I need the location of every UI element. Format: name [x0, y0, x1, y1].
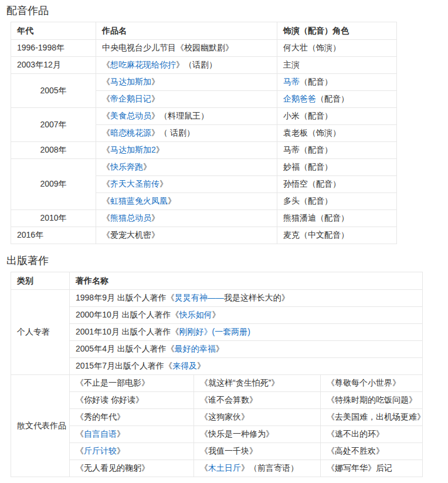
- dubbing-table-body: 1996-1998年中央电视台少儿节目《校园幽默剧》何大壮（饰演）2003年12…: [11, 40, 397, 244]
- role-cell: 多头（配音）: [277, 193, 397, 210]
- table-row: 2005年《马达加斯加》马蒂（配音）: [11, 74, 397, 91]
- inline-link[interactable]: 暗恋桃花源: [110, 128, 151, 137]
- inline-link[interactable]: 马达加斯加2: [110, 145, 156, 154]
- work-cell: 《熊猫总动员》: [96, 210, 277, 227]
- role-cell: 孙悟空（配音）: [277, 176, 397, 193]
- role-cell: 马蒂（配音）: [277, 74, 397, 91]
- table-row: 个人专著1998年9月 出版个人著作《炅炅有神——我是这样长大的》: [11, 290, 423, 307]
- column-header-year: 年代: [11, 22, 96, 40]
- role-cell: 麦克（中文配音）: [277, 227, 397, 244]
- year-cell: 2007年: [11, 108, 96, 142]
- publication-cell: 《特殊时期的吃饭问题》: [321, 392, 423, 409]
- role-cell: 小米（配音）: [277, 108, 397, 125]
- publication-cell: 《这狗家伙》: [194, 409, 321, 426]
- publication-cell: 《尊敬每个小世界》: [321, 375, 423, 392]
- publication-cell: 《木土日斤》（前言寄语）: [194, 460, 321, 477]
- table-row: 《秀的年代》《这狗家伙》《去美国难，出机场更难》: [11, 409, 423, 426]
- inline-link[interactable]: 马蒂: [283, 77, 300, 86]
- publication-cell: 1998年9月 出版个人著作《炅炅有神——我是这样长大的》: [70, 290, 423, 307]
- table-row: 1996-1998年中央电视台少儿节目《校园幽默剧》何大壮（饰演）: [11, 40, 397, 57]
- category-cell: 个人专著: [11, 290, 70, 375]
- inline-link[interactable]: 美食总动员: [110, 111, 151, 120]
- inline-link[interactable]: 炅炅有神——: [175, 293, 224, 302]
- year-cell: 2003年12月: [11, 57, 96, 74]
- publication-cell: 《秀的年代》: [70, 409, 194, 426]
- work-cell: 《马达加斯加》: [96, 74, 277, 91]
- work-cell: 《马达加斯加2》: [96, 142, 277, 159]
- inline-link[interactable]: 快乐如何: [179, 310, 212, 319]
- publication-cell: 《快乐是一种修为》: [194, 426, 321, 443]
- inline-link[interactable]: 想吃麻花现给你拧: [110, 60, 176, 69]
- table-row: 2008年《马达加斯加2》马蒂（配音）: [11, 142, 397, 159]
- table-row: 2015年7月出版个人著作《来得及》: [11, 358, 423, 375]
- inline-link[interactable]: 最好的幸福: [175, 344, 216, 353]
- table-row: 2007年《美食总动员》（料理鼠王）小米（配音）: [11, 108, 397, 125]
- inline-link[interactable]: 马达加斯加: [110, 77, 151, 86]
- publication-cell: 2001年10月 出版个人著作《刚刚好》(一套两册): [70, 324, 423, 341]
- section-title: 配音作品: [6, 4, 448, 18]
- inline-link[interactable]: 熊猫总动员: [110, 213, 151, 222]
- publication-cell: 《不止是一部电影》: [70, 375, 194, 392]
- inline-link[interactable]: 自言自语: [84, 429, 117, 438]
- table-row: 《自言自语》《快乐是一种修为》《逃不出的环》: [11, 426, 423, 443]
- column-header-category: 类别: [11, 272, 70, 290]
- table-row: 散文代表作品《不止是一部电影》《就这样“贪生怕死”》《尊敬每个小世界》: [11, 375, 423, 392]
- work-cell: 《爱宠大机密》: [96, 227, 277, 244]
- year-cell: 2010年: [11, 210, 96, 227]
- table-row: 《斤斤计较》《我值一千块》《高处不胜欢》: [11, 443, 423, 460]
- role-cell: 何大壮（饰演）: [277, 40, 397, 57]
- table-row: 2009年《快乐奔跑》妙福（配音）: [11, 159, 397, 176]
- work-cell: 《暗恋桃花源》（ 话剧）: [96, 125, 277, 142]
- publication-cell: 《我值一千块》: [194, 443, 321, 460]
- publication-cell: 《谁不会算数》: [194, 392, 321, 409]
- dubbing-table: 年代 作品名 饰演（配音）角色 1996-1998年中央电视台少儿节目《校园幽默…: [11, 22, 397, 244]
- table-row: 《无人看见的鞠躬》《木土日斤》（前言寄语）《娜写年华》后记: [11, 460, 423, 477]
- table-row: 2005年4月 出版个人著作《最好的幸福》: [11, 341, 423, 358]
- publications-table: 类别 著作名称 个人专著1998年9月 出版个人著作《炅炅有神——我是这样长大的…: [11, 272, 423, 477]
- table-row: 2003年12月《想吃麻花现给你拧》（话剧）主演: [11, 57, 397, 74]
- inline-link[interactable]: 虹猫蓝兔火凤凰: [110, 196, 168, 205]
- role-cell: 袁老板（饰演）: [277, 125, 397, 142]
- publication-cell: 《娜写年华》后记: [321, 460, 423, 477]
- inline-link[interactable]: 来得及: [172, 361, 197, 370]
- inline-link[interactable]: 木土日斤: [208, 463, 241, 472]
- section-title: 出版著作: [6, 254, 448, 268]
- work-cell: 《快乐奔跑》: [96, 159, 277, 176]
- publication-cell: 《高处不胜欢》: [321, 443, 423, 460]
- role-cell: 企鹅爸爸（配音）: [277, 91, 397, 108]
- publication-cell: 2000年10月 出版个人著作《快乐如何》: [70, 307, 423, 324]
- role-cell: 马蒂（配音）: [277, 142, 397, 159]
- table-header-row: 年代 作品名 饰演（配音）角色: [11, 22, 397, 40]
- table-header-row: 类别 著作名称: [11, 272, 423, 290]
- work-cell: 《齐天大圣前传》: [96, 176, 277, 193]
- work-cell: 《帝企鹅日记》: [96, 91, 277, 108]
- work-cell: 《虹猫蓝兔火凤凰》: [96, 193, 277, 210]
- publication-cell: 2015年7月出版个人著作《来得及》: [70, 358, 423, 375]
- year-cell: 2008年: [11, 142, 96, 159]
- column-header-title: 著作名称: [70, 272, 423, 290]
- inline-link[interactable]: 刚刚好》(一套两册): [179, 327, 250, 336]
- article-content: 配音作品 年代 作品名 饰演（配音）角色 1996-1998年中央电视台少儿节目…: [0, 0, 448, 477]
- section-published-works: 出版著作 类别 著作名称 个人专著1998年9月 出版个人著作《炅炅有神——我是…: [6, 254, 448, 477]
- year-cell: 2005年: [11, 74, 96, 108]
- year-cell: 2009年: [11, 159, 96, 210]
- work-cell: 《美食总动员》（料理鼠王）: [96, 108, 277, 125]
- year-cell: 2016年: [11, 227, 96, 244]
- inline-link[interactable]: 帝企鹅日记: [110, 94, 151, 103]
- work-cell: 中央电视台少儿节目《校园幽默剧》: [96, 40, 277, 57]
- role-cell: 熊猫潘迪（配音）: [277, 210, 397, 227]
- table-row: 2016年《爱宠大机密》麦克（中文配音）: [11, 227, 397, 244]
- inline-link[interactable]: 斤斤计较: [84, 446, 117, 455]
- inline-link[interactable]: 齐天大圣前传: [110, 179, 159, 188]
- inline-link[interactable]: 企鹅爸爸: [283, 94, 316, 103]
- work-cell: 《想吃麻花现给你拧》（话剧）: [96, 57, 277, 74]
- publication-cell: 《无人看见的鞠躬》: [70, 460, 194, 477]
- publication-cell: 《你好读 你好读》: [70, 392, 194, 409]
- inline-link[interactable]: 快乐奔跑: [110, 162, 143, 171]
- publication-cell: 《去美国难，出机场更难》: [321, 409, 423, 426]
- table-row: 2010年《熊猫总动员》熊猫潘迪（配音）: [11, 210, 397, 227]
- year-cell: 1996-1998年: [11, 40, 96, 57]
- publication-cell: 《斤斤计较》: [70, 443, 194, 460]
- column-header-work: 作品名: [96, 22, 277, 40]
- column-header-role: 饰演（配音）角色: [277, 22, 397, 40]
